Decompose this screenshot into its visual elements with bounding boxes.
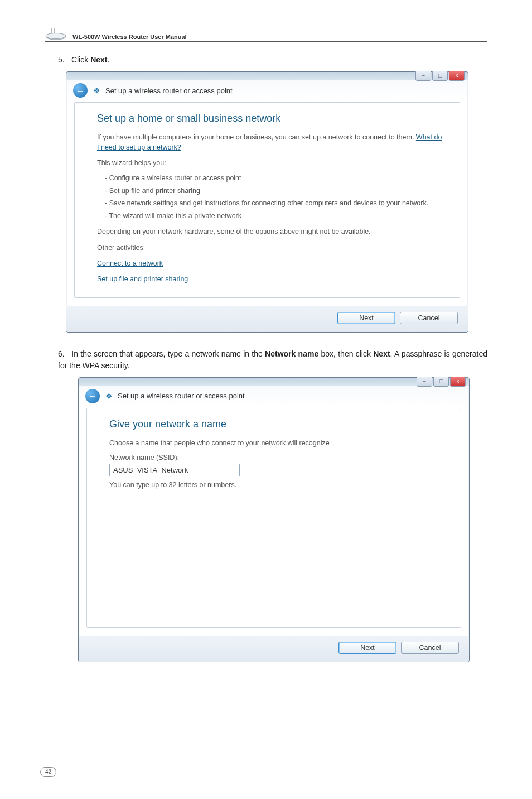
next-button[interactable]: Next: [338, 642, 396, 654]
bullet-save-settings: - Save network settings and get instruct…: [105, 199, 444, 209]
ssid-hint: You can type up to 32 letters or numbers…: [109, 481, 445, 489]
back-nav-button[interactable]: ←: [85, 389, 100, 403]
maximize-button[interactable]: ▢: [432, 71, 448, 81]
setup-sharing-link[interactable]: Set up file and printer sharing: [97, 275, 188, 283]
step-6-number: 6.: [58, 348, 69, 360]
wizard-window-2: – ▢ x ← ❖ Set up a wireless router or ac…: [78, 377, 470, 662]
bullet-private: - The wizard will make this a private ne…: [105, 211, 444, 222]
step-5-pre: Click: [71, 55, 90, 64]
intro-text: If you have multiple computers in your h…: [97, 133, 416, 141]
bullet-configure: - Configure a wireless router or access …: [105, 174, 444, 184]
wizard-nav-title: Set up a wireless router or access point: [118, 392, 245, 400]
connect-network-link[interactable]: Connect to a network: [97, 259, 163, 267]
cancel-button[interactable]: Cancel: [400, 312, 458, 324]
svg-point-3: [46, 33, 66, 39]
wizard-heading: Set up a home or small business network: [97, 113, 444, 124]
helps-you-text: This wizard helps you:: [97, 158, 444, 168]
footer-rule: [45, 763, 487, 763]
maximize-button[interactable]: ▢: [433, 377, 449, 387]
page-number: 42: [40, 767, 56, 777]
close-button[interactable]: x: [450, 377, 466, 387]
wizard-icon: ❖: [104, 392, 113, 401]
back-arrow-icon: ←: [76, 86, 85, 95]
minimize-button[interactable]: –: [417, 377, 432, 387]
close-button[interactable]: x: [449, 71, 465, 81]
ssid-input[interactable]: [109, 464, 240, 476]
step-5-post: .: [107, 55, 109, 64]
step-5-number: 5.: [58, 54, 69, 66]
step-6-mid: box, then click: [318, 349, 373, 358]
wizard-icon: ❖: [92, 86, 101, 95]
step-6-bold1: Network name: [265, 349, 318, 358]
bullet-sharing: - Set up file and printer sharing: [105, 186, 444, 196]
ssid-label: Network name (SSID):: [109, 454, 445, 461]
step-6-bold2: Next: [373, 349, 390, 358]
wizard-heading-2: Give your network a name: [109, 418, 445, 430]
router-icon: [45, 28, 67, 40]
other-activities-label: Other activities:: [97, 243, 444, 253]
next-button[interactable]: Next: [337, 312, 395, 324]
wizard-nav-title: Set up a wireless router or access point: [105, 86, 233, 95]
manual-title: WL-500W Wireless Router User Manual: [72, 33, 187, 40]
step-5-bold: Next: [90, 55, 107, 64]
wizard-window-1: – ▢ x ← ❖ Set up a wireless router or ac…: [66, 71, 468, 333]
back-nav-button[interactable]: ←: [73, 83, 88, 98]
step-5: 5. Click Next.: [58, 54, 487, 66]
depending-text: Depending on your network hardware, some…: [97, 227, 444, 237]
step-6-pre: In the screen that appears, type a netwo…: [71, 349, 265, 358]
minimize-button[interactable]: –: [415, 71, 431, 81]
cancel-button[interactable]: Cancel: [401, 642, 459, 654]
back-arrow-icon: ←: [89, 391, 97, 401]
choose-name-text: Choose a name that people who connect to…: [109, 438, 445, 448]
step-6: 6. In the screen that appears, type a ne…: [58, 348, 487, 372]
